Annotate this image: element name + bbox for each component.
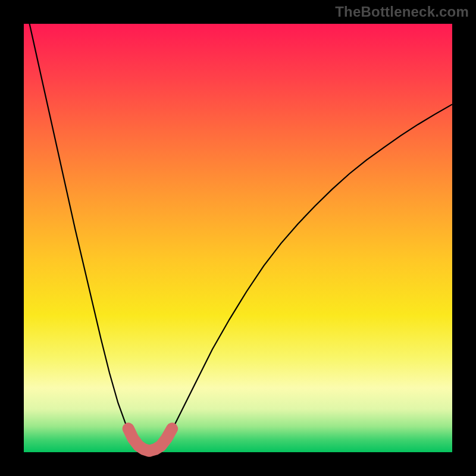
bottom-highlight: [129, 428, 172, 450]
chart-frame: TheBottleneck.com: [0, 0, 476, 476]
chart-plot-area: [24, 24, 452, 452]
chart-svg: [24, 24, 452, 452]
bottleneck-curve: [24, 0, 452, 451]
attribution-label: TheBottleneck.com: [335, 4, 469, 20]
